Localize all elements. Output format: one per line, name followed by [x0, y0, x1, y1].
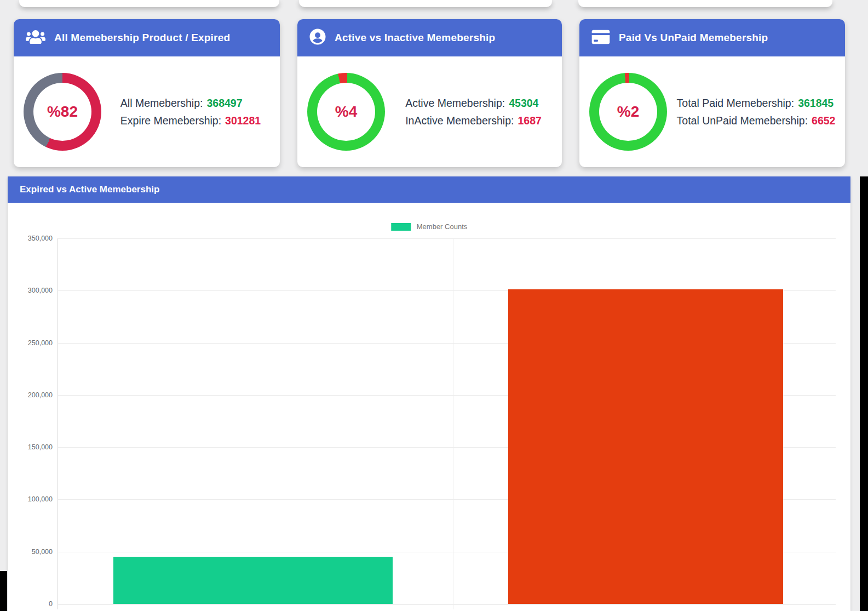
stat-value: 6652	[812, 115, 835, 127]
kpi-card-active-inactive: Active vs Inactive Memebership %4 Active…	[297, 19, 562, 167]
donut-chart: %4	[307, 73, 385, 151]
card-header: Active vs Inactive Memebership	[297, 19, 562, 56]
card-header: All Memebership Product / Expired	[14, 19, 280, 56]
card-stats: All Memebership:368497 Expire Memebershi…	[101, 97, 280, 127]
user-circle-icon	[309, 28, 326, 47]
screen-edge-left	[0, 571, 7, 611]
chart-legend[interactable]: Member Counts	[391, 222, 467, 231]
card-body: %2 Total Paid Memebership:361845 Total U…	[579, 56, 845, 167]
kpi-card-paid-unpaid: Paid Vs UnPaid Memebership %2 Total Paid…	[579, 19, 845, 167]
card-stats: Total Paid Memebership:361845 Total UnPa…	[667, 97, 845, 127]
stat-label: All Memebership:	[120, 97, 203, 109]
kpi-card-all-expired: All Memebership Product / Expired %82 Al…	[14, 19, 280, 167]
dashboard-page: { "page": { "background": "#ededee", "he…	[0, 0, 868, 611]
stat-line: Total Paid Memebership:361845	[677, 97, 836, 110]
card-body: %82 All Memebership:368497 Expire Memebe…	[14, 56, 280, 167]
y-tick-label: 0	[8, 600, 53, 608]
stat-value: 361845	[798, 97, 833, 109]
stat-line: All Memebership:368497	[120, 97, 261, 110]
gridline-vertical	[453, 238, 453, 609]
y-tick-label: 100,000	[8, 495, 53, 503]
x-axis-baseline	[58, 604, 836, 604]
donut-percentage: %82	[47, 103, 78, 121]
stat-line: Expire Memebership:301281	[120, 115, 261, 127]
y-tick-label: 300,000	[8, 287, 53, 294]
y-tick-label: 200,000	[8, 391, 53, 399]
credit-card-icon	[591, 29, 610, 47]
card-title: Active vs Inactive Memebership	[335, 32, 495, 44]
stat-label: Active Memebership:	[405, 97, 505, 109]
legend-swatch	[391, 223, 411, 231]
stat-label: Total UnPaid Memebership:	[677, 115, 808, 127]
stat-line: InActive Memebership:1687	[405, 115, 542, 127]
card-title: Paid Vs UnPaid Memebership	[619, 32, 768, 44]
stat-value: 1687	[518, 115, 541, 127]
card-stats: Active Memebership:45304 InActive Memebe…	[385, 97, 562, 127]
stat-line: Active Memebership:45304	[405, 97, 542, 110]
users-icon	[26, 29, 45, 47]
y-tick-label: 150,000	[8, 443, 53, 451]
previous-row-card-partial	[578, 0, 832, 7]
y-tick-label: 50,000	[8, 548, 53, 556]
card-body: %4 Active Memebership:45304 InActive Mem…	[297, 56, 562, 167]
previous-row-card-partial	[19, 0, 279, 7]
donut-hole: %4	[317, 83, 375, 141]
donut-hole: %82	[33, 83, 91, 141]
donut-percentage: %4	[335, 103, 357, 121]
gridline-horizontal	[58, 238, 836, 239]
stat-label: InActive Memebership:	[405, 115, 514, 127]
card-header: Paid Vs UnPaid Memebership	[579, 19, 845, 56]
bar-active[interactable]	[113, 557, 393, 604]
stat-label: Total Paid Memebership:	[677, 97, 795, 109]
y-tick-label: 250,000	[8, 339, 53, 347]
stat-label: Expire Memebership:	[120, 115, 221, 127]
bar-expired[interactable]	[508, 289, 783, 604]
y-axis-line	[58, 238, 58, 609]
donut-hole: %2	[599, 83, 657, 141]
stat-value: 368497	[206, 97, 242, 109]
y-tick-label: 350,000	[8, 235, 53, 242]
donut-chart: %82	[24, 73, 101, 151]
screen-edge-right	[860, 176, 868, 611]
bar-chart-panel: Expired vs Active Memebership Member Cou…	[8, 176, 850, 611]
legend-label: Member Counts	[417, 222, 467, 231]
stat-value: 45304	[509, 97, 538, 109]
card-title: All Memebership Product / Expired	[54, 32, 230, 44]
stat-line: Total UnPaid Memebership:6652	[677, 115, 836, 127]
previous-row-card-partial	[299, 0, 552, 7]
donut-percentage: %2	[617, 103, 639, 121]
stat-value: 301281	[225, 115, 261, 127]
donut-chart: %2	[589, 73, 667, 151]
bar-chart-plot-area: 350,000300,000250,000200,000150,000100,0…	[8, 176, 850, 611]
